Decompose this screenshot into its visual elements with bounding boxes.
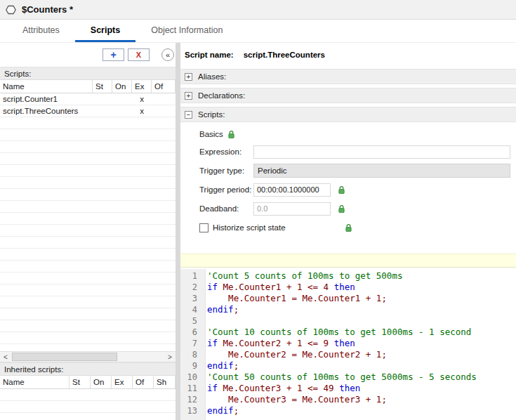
- code-token: ;: [234, 360, 239, 371]
- code-area[interactable]: 1'Count 5 counts of 100ms to get 500ms2i…: [180, 269, 516, 416]
- lock-icon[interactable]: [345, 223, 352, 232]
- code-text: 'Count 5 counts of 100ms to get 500ms: [203, 270, 402, 282]
- column-header-st[interactable]: St: [70, 376, 91, 388]
- empty-row: [0, 320, 176, 332]
- add-script-button[interactable]: +: [102, 48, 124, 61]
- code-token: then: [334, 338, 355, 348]
- historize-group: Historize script state: [199, 223, 338, 232]
- deadband-input[interactable]: 0.0: [253, 202, 331, 216]
- code-token: if: [207, 338, 223, 348]
- historize-checkbox[interactable]: [199, 223, 209, 232]
- script-row[interactable]: script.Counter1x: [0, 93, 176, 105]
- empty-row: [0, 165, 176, 177]
- empty-row: [0, 189, 176, 201]
- scroll-right-button[interactable]: >: [164, 352, 176, 362]
- script-row[interactable]: script.ThreeCountersx: [0, 105, 176, 117]
- script-name-cell: script.Counter1: [0, 95, 93, 103]
- horizontal-scrollbar[interactable]: < >: [0, 351, 176, 362]
- empty-row: [0, 237, 176, 249]
- inherited-scripts-label: Inherited scripts:: [0, 362, 176, 376]
- script-editor[interactable]: 1'Count 5 counts of 100ms to get 500ms2i…: [180, 269, 516, 420]
- section-label: Declarations:: [198, 91, 245, 100]
- basics-label: Basics: [199, 130, 223, 138]
- expand-icon[interactable]: +: [185, 92, 192, 100]
- collapse-panel-button[interactable]: «: [161, 48, 174, 61]
- code-token: if: [207, 282, 223, 292]
- code-token: Me.Counter3: [223, 383, 282, 393]
- code-line[interactable]: 2if Me.Counter1 + 1 <= 4 then: [180, 282, 516, 293]
- code-line[interactable]: 4endif;: [180, 304, 516, 315]
- tab-attributes[interactable]: Attributes: [7, 20, 75, 42]
- empty-row: [0, 284, 176, 296]
- code-line[interactable]: 9endif;: [180, 360, 516, 372]
- empty-row: [0, 273, 176, 284]
- historize-lock: [345, 223, 352, 232]
- empty-row: [0, 401, 176, 413]
- section-declarations[interactable]: +Declarations:: [180, 88, 516, 103]
- delete-script-button[interactable]: X: [128, 48, 150, 61]
- code-token: =: [286, 394, 303, 405]
- column-header-of[interactable]: Of: [133, 376, 154, 388]
- code-token: Me.Counter2: [302, 349, 360, 360]
- code-line[interactable]: 3 Me.Counter1 = Me.Counter1 + 1;: [180, 293, 516, 304]
- code-token: endif: [207, 405, 234, 416]
- column-header-name[interactable]: Name: [0, 376, 70, 388]
- column-header-name[interactable]: Name: [0, 80, 93, 93]
- tab-object-information[interactable]: Object Information: [135, 20, 238, 42]
- collapse-icon[interactable]: −: [185, 111, 192, 119]
- inherited-table-body: [0, 389, 176, 420]
- column-header-of[interactable]: Of: [152, 80, 176, 93]
- panel-splitter[interactable]: [176, 43, 180, 420]
- empty-row: [0, 117, 176, 129]
- scroll-left-button[interactable]: <: [0, 352, 11, 362]
- code-token: 'Count 50 counts of 100ms to get 5000ms …: [207, 372, 477, 382]
- scripts-list-panel: + X « Scripts: NameStOnExOf script.Count…: [0, 43, 176, 420]
- window-title: $Counters *: [22, 4, 73, 15]
- titlebar: $Counters *: [0, 0, 516, 20]
- deadband-lock: [338, 204, 345, 214]
- code-text: Me.Counter3 = Me.Counter3 + 1;: [203, 394, 387, 405]
- basics-group: Basics Expression: Trigger type: Periodi…: [180, 126, 516, 235]
- column-header-st[interactable]: St: [93, 80, 112, 93]
- line-number: 8: [180, 349, 203, 360]
- code-token: endif: [207, 304, 234, 315]
- lock-icon[interactable]: [338, 185, 345, 195]
- code-line[interactable]: 7if Me.Counter2 + 1 <= 9 then: [180, 338, 516, 349]
- column-header-on[interactable]: On: [91, 376, 112, 388]
- code-line[interactable]: 8 Me.Counter2 = Me.Counter2 + 1;: [180, 349, 516, 360]
- basics-lock-icon[interactable]: [227, 130, 235, 139]
- expand-icon[interactable]: +: [185, 73, 192, 81]
- scrollbar-thumb[interactable]: [12, 353, 117, 361]
- empty-row: [0, 344, 176, 351]
- trigger-type-select[interactable]: Periodic: [253, 164, 510, 178]
- tab-scripts[interactable]: Scripts: [75, 20, 135, 42]
- code-text: endif;: [203, 405, 239, 416]
- code-line[interactable]: 11if Me.Counter3 + 1 <= 49 then: [180, 383, 516, 394]
- expression-row: Expression:: [199, 145, 516, 159]
- trigger-period-input[interactable]: 00:00:00.1000000: [253, 183, 331, 197]
- column-header-sh[interactable]: Sh: [154, 376, 176, 388]
- code-line[interactable]: 1'Count 5 counts of 100ms to get 500ms: [180, 270, 516, 282]
- content: + X « Scripts: NameStOnExOf script.Count…: [0, 43, 516, 420]
- line-number: 3: [180, 293, 203, 304]
- deadband-row: Deadband: 0.0: [199, 202, 516, 216]
- code-text: Me.Counter2 = Me.Counter2 + 1;: [203, 349, 387, 360]
- code-token: Me.Counter1: [302, 293, 360, 303]
- code-token: =: [286, 349, 303, 360]
- line-number: 1: [180, 270, 203, 282]
- code-line[interactable]: 6'Count 10 counts of 100ms to get 1000ms…: [180, 327, 516, 338]
- column-header-ex[interactable]: Ex: [132, 80, 152, 93]
- expression-input[interactable]: [253, 145, 510, 159]
- lock-icon[interactable]: [338, 204, 345, 214]
- code-line[interactable]: 13endif;: [180, 405, 516, 416]
- section-scripts[interactable]: −Scripts:: [180, 107, 516, 122]
- code-line[interactable]: 5: [180, 315, 516, 327]
- historize-label: Historize script state: [213, 223, 286, 232]
- code-line[interactable]: 10'Count 50 counts of 100ms to get 5000m…: [180, 372, 516, 383]
- expression-label: Expression:: [199, 147, 253, 156]
- column-header-ex[interactable]: Ex: [112, 376, 133, 388]
- section-aliases[interactable]: +Aliases:: [180, 69, 516, 84]
- column-header-on[interactable]: On: [112, 80, 132, 93]
- code-line[interactable]: 12 Me.Counter3 = Me.Counter3 + 1;: [180, 394, 516, 405]
- trigger-type-label: Trigger type:: [199, 166, 253, 175]
